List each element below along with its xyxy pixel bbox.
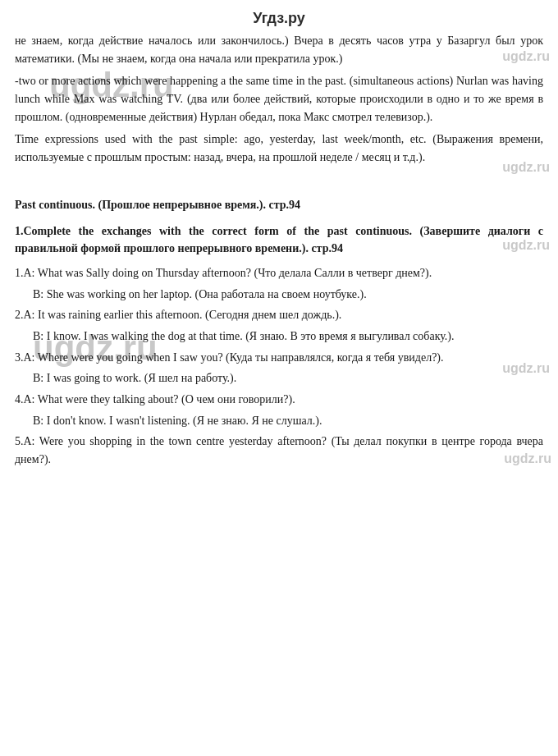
exchange-3-b: B: I was going to work. (Я шел на работу… [15, 369, 543, 387]
intro-para-3: Time expressions used with the past simp… [15, 131, 543, 166]
intro-para-1: не знаем, когда действие началось или за… [15, 32, 543, 67]
site-title: Угдз.ру [15, 7, 543, 32]
exchange-1-a: 1.A: What was Sally doing on Thursday af… [15, 264, 543, 282]
exchange-2-b: B: I know. I was walking the dog at that… [15, 328, 543, 346]
exchange-2-a: 2.A: It was raining earlier this afterno… [15, 306, 543, 324]
exchange-4-a: 4.A: What were they talking about? (О че… [15, 391, 543, 409]
exchange-1-b: B: She was working on her laptop. (Она р… [15, 286, 543, 304]
exercise-heading: 1.Complete the exchanges with the correc… [15, 222, 543, 258]
section-heading: Past continuous. (Прошлое непрерывное вр… [15, 196, 543, 214]
main-content: не знаем, когда действие началось или за… [15, 32, 543, 469]
intro-para-2: -two or more actions which were happenin… [15, 72, 543, 126]
exchange-4-b: B: I don't know. I wasn't listening. (Я … [15, 412, 543, 430]
exchange-3-a: 3.A: Where were you going when I saw you… [15, 349, 543, 367]
exchange-5-a: 5.A: Were you shopping in the town centr… [15, 433, 543, 468]
